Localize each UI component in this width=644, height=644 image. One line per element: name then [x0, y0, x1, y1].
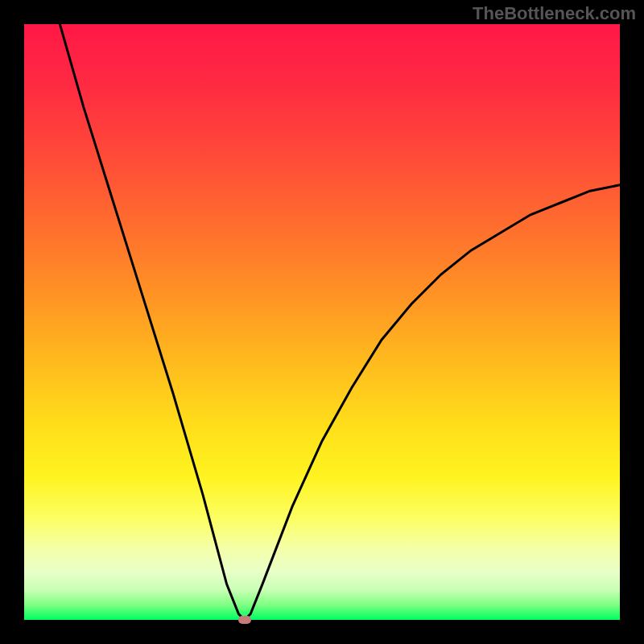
watermark-text: TheBottleneck.com: [473, 3, 636, 24]
plot-area: [24, 24, 620, 620]
bottleneck-curve: [60, 24, 620, 620]
optimal-marker: [238, 616, 251, 624]
curve-svg: [24, 24, 620, 620]
